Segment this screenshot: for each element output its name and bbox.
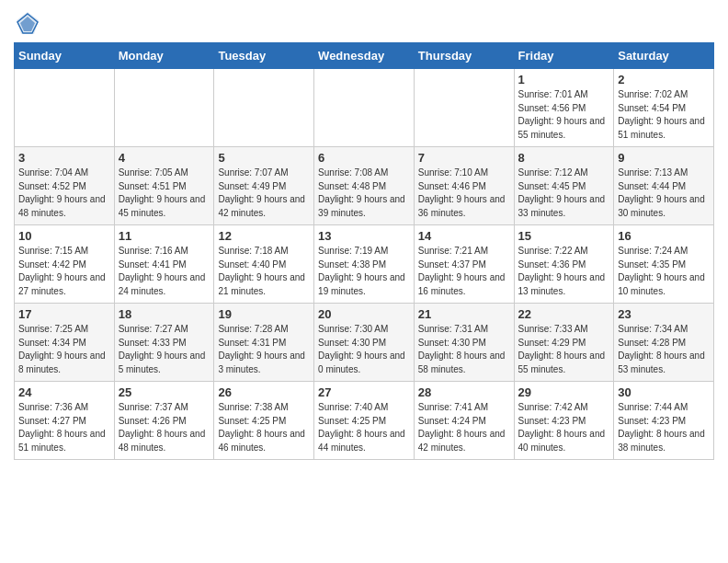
calendar-cell: 5Sunrise: 7:07 AM Sunset: 4:49 PM Daylig… [214, 147, 314, 225]
calendar-cell: 6Sunrise: 7:08 AM Sunset: 4:48 PM Daylig… [314, 147, 415, 225]
calendar-week-row: 10Sunrise: 7:15 AM Sunset: 4:42 PM Dayli… [15, 225, 714, 304]
calendar-cell: 22Sunrise: 7:33 AM Sunset: 4:29 PM Dayli… [514, 304, 614, 382]
day-number: 6 [318, 151, 410, 165]
day-number: 5 [218, 151, 310, 165]
day-info: Sunrise: 7:01 AM Sunset: 4:56 PM Dayligh… [518, 88, 610, 142]
day-info: Sunrise: 7:19 AM Sunset: 4:38 PM Dayligh… [318, 245, 410, 298]
day-number: 17 [18, 307, 110, 321]
day-header-monday: Monday [114, 43, 214, 69]
logo [14, 9, 45, 37]
day-info: Sunrise: 7:44 AM Sunset: 4:23 PM Dayligh… [618, 401, 710, 454]
calendar-cell [214, 69, 314, 147]
day-number: 15 [518, 229, 610, 243]
day-info: Sunrise: 7:12 AM Sunset: 4:45 PM Dayligh… [518, 167, 610, 220]
day-header-tuesday: Tuesday [214, 43, 314, 69]
day-info: Sunrise: 7:40 AM Sunset: 4:25 PM Dayligh… [318, 401, 410, 454]
calendar-cell: 12Sunrise: 7:18 AM Sunset: 4:40 PM Dayli… [214, 225, 314, 304]
day-number: 23 [618, 307, 710, 321]
day-info: Sunrise: 7:42 AM Sunset: 4:23 PM Dayligh… [518, 401, 610, 454]
calendar-cell: 19Sunrise: 7:28 AM Sunset: 4:31 PM Dayli… [214, 304, 314, 382]
day-info: Sunrise: 7:05 AM Sunset: 4:51 PM Dayligh… [119, 167, 210, 220]
day-number: 21 [418, 307, 510, 321]
day-header-sunday: Sunday [15, 43, 115, 69]
calendar-cell: 17Sunrise: 7:25 AM Sunset: 4:34 PM Dayli… [15, 304, 115, 382]
calendar-cell: 4Sunrise: 7:05 AM Sunset: 4:51 PM Daylig… [114, 147, 214, 225]
day-info: Sunrise: 7:41 AM Sunset: 4:24 PM Dayligh… [418, 401, 510, 454]
day-info: Sunrise: 7:37 AM Sunset: 4:26 PM Dayligh… [119, 401, 210, 454]
calendar-cell: 11Sunrise: 7:16 AM Sunset: 4:41 PM Dayli… [114, 225, 214, 304]
day-info: Sunrise: 7:34 AM Sunset: 4:28 PM Dayligh… [618, 323, 710, 376]
calendar-table: SundayMondayTuesdayWednesdayThursdayFrid… [14, 42, 714, 460]
calendar-cell: 18Sunrise: 7:27 AM Sunset: 4:33 PM Dayli… [114, 304, 214, 382]
day-info: Sunrise: 7:10 AM Sunset: 4:46 PM Dayligh… [418, 167, 510, 220]
day-number: 26 [218, 385, 310, 399]
calendar-cell: 7Sunrise: 7:10 AM Sunset: 4:46 PM Daylig… [414, 147, 514, 225]
calendar-cell: 1Sunrise: 7:01 AM Sunset: 4:56 PM Daylig… [514, 69, 614, 147]
calendar-header-row: SundayMondayTuesdayWednesdayThursdayFrid… [15, 43, 714, 69]
day-info: Sunrise: 7:18 AM Sunset: 4:40 PM Dayligh… [218, 245, 310, 298]
logo-icon [14, 9, 41, 37]
day-info: Sunrise: 7:22 AM Sunset: 4:36 PM Dayligh… [518, 245, 610, 298]
day-info: Sunrise: 7:31 AM Sunset: 4:30 PM Dayligh… [418, 323, 510, 376]
calendar-cell [314, 69, 415, 147]
day-number: 2 [618, 73, 710, 86]
calendar-cell: 8Sunrise: 7:12 AM Sunset: 4:45 PM Daylig… [514, 147, 614, 225]
calendar-cell: 14Sunrise: 7:21 AM Sunset: 4:37 PM Dayli… [414, 225, 514, 304]
day-info: Sunrise: 7:24 AM Sunset: 4:35 PM Dayligh… [618, 245, 710, 298]
calendar-cell [114, 69, 214, 147]
calendar-cell: 9Sunrise: 7:13 AM Sunset: 4:44 PM Daylig… [614, 147, 714, 225]
calendar-week-row: 3Sunrise: 7:04 AM Sunset: 4:52 PM Daylig… [15, 147, 714, 225]
day-number: 9 [618, 151, 710, 165]
day-info: Sunrise: 7:30 AM Sunset: 4:30 PM Dayligh… [318, 323, 410, 376]
day-number: 24 [18, 385, 110, 399]
day-header-friday: Friday [514, 43, 614, 69]
day-info: Sunrise: 7:27 AM Sunset: 4:33 PM Dayligh… [119, 323, 210, 376]
day-info: Sunrise: 7:02 AM Sunset: 4:54 PM Dayligh… [618, 88, 710, 142]
calendar-cell: 21Sunrise: 7:31 AM Sunset: 4:30 PM Dayli… [414, 304, 514, 382]
day-info: Sunrise: 7:36 AM Sunset: 4:27 PM Dayligh… [18, 401, 110, 454]
day-number: 8 [518, 151, 610, 165]
day-number: 4 [119, 151, 210, 165]
calendar-week-row: 1Sunrise: 7:01 AM Sunset: 4:56 PM Daylig… [15, 69, 714, 147]
calendar-week-row: 24Sunrise: 7:36 AM Sunset: 4:27 PM Dayli… [15, 382, 714, 460]
calendar-cell [414, 69, 514, 147]
calendar-cell: 24Sunrise: 7:36 AM Sunset: 4:27 PM Dayli… [15, 382, 115, 460]
day-info: Sunrise: 7:16 AM Sunset: 4:41 PM Dayligh… [119, 245, 210, 298]
day-info: Sunrise: 7:07 AM Sunset: 4:49 PM Dayligh… [218, 167, 310, 220]
day-number: 29 [518, 385, 610, 399]
day-info: Sunrise: 7:04 AM Sunset: 4:52 PM Dayligh… [18, 167, 110, 220]
calendar-cell: 30Sunrise: 7:44 AM Sunset: 4:23 PM Dayli… [614, 382, 714, 460]
calendar-cell: 27Sunrise: 7:40 AM Sunset: 4:25 PM Dayli… [314, 382, 415, 460]
calendar-cell: 3Sunrise: 7:04 AM Sunset: 4:52 PM Daylig… [15, 147, 115, 225]
day-info: Sunrise: 7:38 AM Sunset: 4:25 PM Dayligh… [218, 401, 310, 454]
day-info: Sunrise: 7:15 AM Sunset: 4:42 PM Dayligh… [18, 245, 110, 298]
calendar-cell: 2Sunrise: 7:02 AM Sunset: 4:54 PM Daylig… [614, 69, 714, 147]
day-number: 30 [618, 385, 710, 399]
day-info: Sunrise: 7:08 AM Sunset: 4:48 PM Dayligh… [318, 167, 410, 220]
day-number: 19 [218, 307, 310, 321]
calendar-cell [15, 69, 115, 147]
day-info: Sunrise: 7:28 AM Sunset: 4:31 PM Dayligh… [218, 323, 310, 376]
calendar-cell: 13Sunrise: 7:19 AM Sunset: 4:38 PM Dayli… [314, 225, 415, 304]
day-info: Sunrise: 7:25 AM Sunset: 4:34 PM Dayligh… [18, 323, 110, 376]
calendar-cell: 20Sunrise: 7:30 AM Sunset: 4:30 PM Dayli… [314, 304, 415, 382]
day-number: 16 [618, 229, 710, 243]
page: SundayMondayTuesdayWednesdayThursdayFrid… [0, 0, 728, 474]
day-number: 1 [518, 73, 610, 86]
day-header-thursday: Thursday [414, 43, 514, 69]
day-number: 28 [418, 385, 510, 399]
day-info: Sunrise: 7:21 AM Sunset: 4:37 PM Dayligh… [418, 245, 510, 298]
day-number: 14 [418, 229, 510, 243]
day-number: 10 [18, 229, 110, 243]
day-number: 22 [518, 307, 610, 321]
calendar-cell: 25Sunrise: 7:37 AM Sunset: 4:26 PM Dayli… [114, 382, 214, 460]
day-number: 20 [318, 307, 410, 321]
day-info: Sunrise: 7:33 AM Sunset: 4:29 PM Dayligh… [518, 323, 610, 376]
day-number: 18 [119, 307, 210, 321]
calendar-cell: 15Sunrise: 7:22 AM Sunset: 4:36 PM Dayli… [514, 225, 614, 304]
calendar-cell: 29Sunrise: 7:42 AM Sunset: 4:23 PM Dayli… [514, 382, 614, 460]
day-header-saturday: Saturday [614, 43, 714, 69]
calendar-cell: 23Sunrise: 7:34 AM Sunset: 4:28 PM Dayli… [614, 304, 714, 382]
day-number: 3 [18, 151, 110, 165]
day-number: 7 [418, 151, 510, 165]
